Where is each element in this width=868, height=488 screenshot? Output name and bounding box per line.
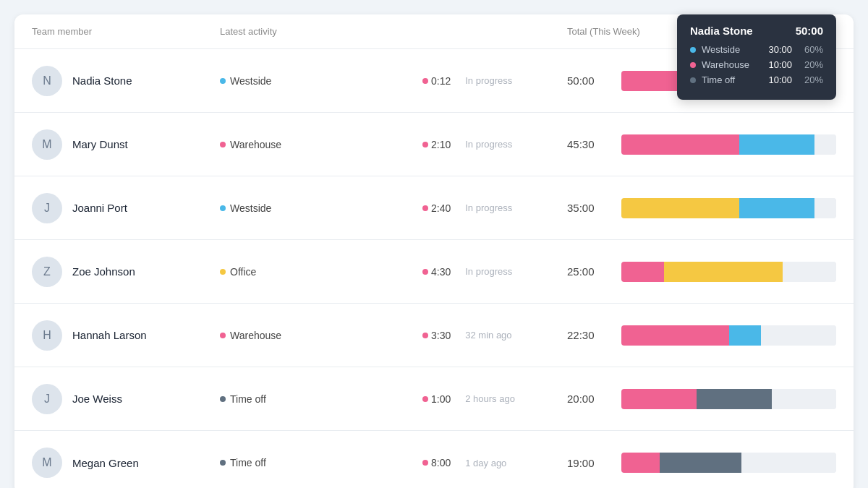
bar-segment (621, 198, 739, 218)
time-cell: 4:30 In progress (422, 266, 567, 278)
time-dot (422, 269, 428, 275)
bar-container (621, 453, 836, 473)
location-dot (220, 269, 226, 275)
bar-container (621, 262, 836, 282)
bar-segment (739, 198, 814, 218)
time-elapsed: 0:12 (422, 75, 451, 87)
tooltip-dot (690, 77, 696, 83)
team-table: Team member Latest activity Total (This … (14, 14, 854, 488)
total-time: 50:00 (567, 74, 607, 87)
member-cell: M Mary Dunst (32, 129, 220, 160)
location-dot (220, 333, 226, 338)
time-elapsed: 1:00 (422, 393, 451, 405)
location-badge: Westside (220, 75, 271, 87)
elapsed-time: 3:30 (431, 330, 451, 341)
location-dot (220, 205, 226, 211)
table-row: H Hannah Larson Warehouse 3:30 32 min ag… (14, 304, 854, 367)
activity-cell: Office (220, 266, 422, 278)
avatar: H (32, 320, 62, 351)
time-dot (422, 78, 428, 84)
elapsed-time: 4:30 (431, 266, 451, 278)
location-label: Westside (230, 75, 271, 87)
location-label: Time off (230, 457, 266, 468)
tooltip-item-value: 10:00 (760, 74, 792, 85)
location-badge: Office (220, 266, 256, 278)
time-dot (422, 142, 428, 147)
activity-cell: Westside (220, 75, 422, 87)
total-cell: 45:30 (567, 134, 836, 155)
bar-container (621, 325, 836, 346)
time-cell: 3:30 32 min ago (422, 330, 567, 341)
table-row: J Joanni Port Westside 2:40 In progress … (14, 176, 854, 240)
tooltip-item: Westside 30:00 60% (690, 44, 823, 55)
bar-segment (621, 453, 660, 473)
time-dot (422, 396, 428, 402)
status-text: In progress (465, 202, 512, 213)
bar-segment (729, 325, 762, 346)
tooltip-item-pct: 20% (798, 59, 823, 70)
member-cell: M Megan Green (32, 448, 220, 478)
elapsed-time: 2:40 (431, 202, 451, 214)
elapsed-time: 1:00 (431, 393, 451, 405)
location-label: Office (230, 266, 256, 278)
activity-cell: Time off (220, 457, 422, 468)
total-time: 35:00 (567, 202, 607, 214)
bar-remainder (761, 325, 836, 346)
location-badge: Time off (220, 457, 266, 468)
table-row: M Megan Green Time off 8:00 1 day ago 19… (14, 431, 854, 488)
bar-segment (660, 453, 741, 473)
bar-segment (621, 262, 664, 282)
location-badge: Time off (220, 393, 266, 405)
bar-segment (697, 389, 772, 409)
bar-remainder (814, 134, 836, 155)
tooltip-rows: Westside 30:00 60% Warehouse 10:00 20% T… (690, 44, 823, 85)
elapsed-time: 2:10 (431, 139, 451, 150)
location-label: Warehouse (230, 139, 281, 150)
time-cell: 8:00 1 day ago (422, 457, 567, 468)
header-latest-activity: Latest activity (220, 26, 422, 37)
tooltip-item-label: Westside (702, 44, 754, 55)
bar-segment (664, 262, 782, 282)
tooltip-item: Time off 10:00 20% (690, 74, 823, 85)
location-badge: Warehouse (220, 330, 281, 341)
member-cell: N Nadia Stone (32, 66, 220, 96)
bar-segment (739, 134, 814, 155)
tooltip-item-label: Warehouse (702, 59, 754, 70)
bar-remainder (783, 262, 836, 282)
tooltip-item-pct: 60% (798, 44, 823, 55)
rows-container: N Nadia Stone Westside 0:12 In progress … (14, 49, 854, 488)
total-time: 20:00 (567, 393, 607, 405)
total-time: 19:00 (567, 457, 607, 469)
total-time: 45:30 (567, 138, 607, 150)
total-time: 22:30 (567, 329, 607, 341)
member-cell: H Hannah Larson (32, 320, 220, 351)
total-cell: 25:00 (567, 262, 836, 282)
time-elapsed: 2:40 (422, 202, 451, 214)
status-text: In progress (465, 75, 512, 86)
tooltip-item-pct: 20% (798, 74, 823, 85)
time-elapsed: 3:30 (422, 330, 451, 341)
tooltip-item-label: Time off (702, 74, 754, 85)
time-dot (422, 460, 428, 466)
time-elapsed: 2:10 (422, 139, 451, 150)
bar-remainder (772, 389, 836, 409)
location-dot (220, 142, 226, 147)
location-label: Time off (230, 393, 266, 405)
tooltip-item: Warehouse 10:00 20% (690, 59, 823, 70)
location-dot (220, 460, 226, 466)
header-team-member: Team member (32, 26, 220, 37)
avatar: J (32, 193, 62, 223)
total-cell: 35:00 (567, 198, 836, 218)
bar-container (621, 198, 836, 218)
location-dot (220, 78, 226, 84)
member-name: Hannah Larson (72, 329, 147, 341)
avatar: M (32, 129, 62, 160)
time-elapsed: 4:30 (422, 266, 451, 278)
time-elapsed: 8:00 (422, 457, 451, 468)
time-cell: 1:00 2 hours ago (422, 393, 567, 405)
tooltip-item-value: 10:00 (760, 59, 792, 70)
member-name: Joanni Port (72, 202, 127, 214)
location-dot (220, 396, 226, 402)
member-cell: Z Zoe Johnson (32, 257, 220, 287)
status-text: 2 hours ago (465, 393, 515, 404)
